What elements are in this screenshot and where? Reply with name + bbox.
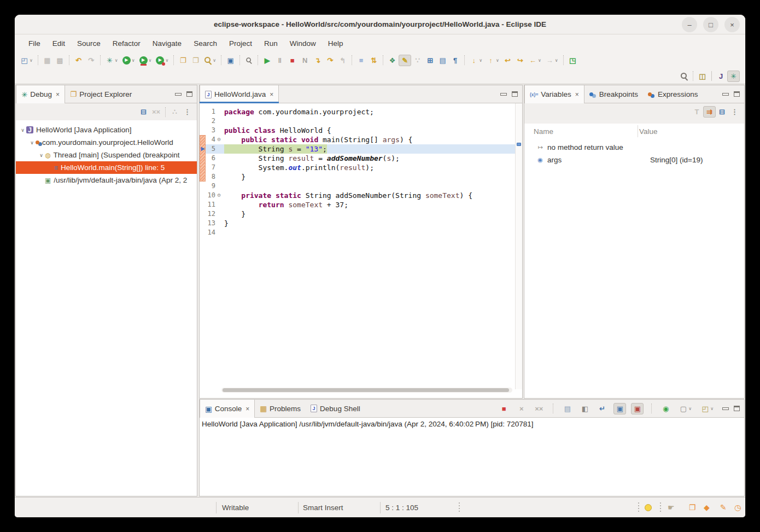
close-icon[interactable]: × [56,91,60,98]
menu-run[interactable]: Run [258,39,284,48]
skip-breakpoints-icon[interactable]: ≡ [355,55,367,66]
disconnect-icon[interactable]: N [299,55,311,66]
drop-to-frame-icon[interactable]: ⇅ [367,55,380,66]
overview-ruler[interactable] [515,103,522,389]
type-hierarchy-icon[interactable]: ⊞ [424,55,436,66]
status-drag-handle[interactable] [459,502,460,513]
minimize-view-icon[interactable] [500,93,507,96]
editor-text-area[interactable]: ▶ 1package com.yourdomain.yourproject;23… [200,103,522,398]
show-type-names-icon[interactable]: T [691,106,703,118]
javadoc-icon[interactable]: ▤ [436,55,449,66]
view-menu-icon[interactable]: ⋮ [728,106,741,118]
clock-icon[interactable]: ◷ [734,498,741,517]
terminate-icon[interactable]: ■ [498,403,510,414]
clear-console-icon[interactable]: ▤ [561,403,574,414]
menu-project[interactable]: Project [223,39,258,48]
console-view-tab-problems[interactable]: ▦Problems [255,400,306,417]
console-output[interactable]: HelloWorld [Java Application] /usr/lib/j… [200,418,744,496]
whitespace-icon[interactable]: ¶ [449,55,461,66]
open-resource-icon[interactable]: ❐ [189,55,202,66]
menu-help[interactable]: Help [322,39,349,48]
save-all-icon[interactable]: ▩ [54,55,66,66]
debug-tree-item[interactable]: ∨com.yourdomain.yourproject.HelloWorld [16,136,197,149]
open-perspective-icon[interactable]: ◫ [696,71,709,82]
redo-icon[interactable]: ↷ [85,55,97,66]
blog-icon[interactable]: ✎ [720,498,727,517]
maximize-view-icon[interactable] [186,91,192,97]
menu-source[interactable]: Source [71,39,107,48]
maximize-button[interactable]: □ [703,17,718,32]
debug-tree-item[interactable]: ∨JHelloWorld [Java Application] [16,124,197,136]
step-over-icon[interactable]: ↷ [324,55,336,66]
profile-icon[interactable]: ▶∨ [154,55,171,66]
expand-chevron-icon[interactable]: ∨ [28,140,36,145]
pause-icon[interactable]: ‖ [273,55,286,66]
variables-view-tab-breakpoints[interactable]: Breakpoints [584,85,643,103]
debug-tree-item[interactable]: ▣/usr/lib/jvm/default-java/bin/java (Apr… [16,174,197,186]
debug-view-tab-debug[interactable]: ✳Debug× [16,85,65,103]
scrollbar-thumb[interactable] [223,388,509,392]
console-icon[interactable]: ▣ [224,55,237,66]
menu-edit[interactable]: Edit [46,39,71,48]
console-view-tab-console[interactable]: ▣Console× [200,400,255,418]
forward-icon[interactable]: →∨ [543,55,560,66]
close-icon[interactable]: × [245,405,249,413]
mark-occurrences-small-icon[interactable] [243,55,255,66]
variables-view-tab-expressions[interactable]: Expressions [643,85,703,103]
menu-refactor[interactable]: Refactor [107,39,147,48]
debug-tree-item[interactable]: ∨◍Thread [main] (Suspended (breakpoint [16,149,197,161]
minimize-view-icon[interactable] [722,407,729,410]
content-assist-icon[interactable]: ∵ [411,55,424,66]
view-menu-icon[interactable]: ⋮ [181,106,194,118]
step-into-icon[interactable]: ↴ [311,55,324,66]
logical-structure-icon[interactable]: ⇉ [703,106,716,118]
step-filters-icon[interactable]: ❖ [386,55,399,66]
new-wizard-icon[interactable]: ◰∨ [18,55,35,66]
java-perspective-icon[interactable]: J [715,71,727,82]
resume-icon[interactable]: ▶ [261,55,273,66]
pin-console-icon[interactable]: ◉ [659,403,672,414]
variable-row[interactable]: ↦no method return value [524,141,744,154]
step-return-icon[interactable]: ↰ [336,55,349,66]
fold-marker-icon[interactable]: ⊖ [215,135,223,144]
display-console-icon[interactable]: ▢∨ [677,403,694,414]
remove-all-icon[interactable]: ×× [533,403,545,414]
remove-launch-icon[interactable]: × [515,403,528,414]
undo-icon[interactable]: ↶ [72,55,85,66]
open-console-icon[interactable]: ◰∨ [699,403,716,414]
search-icon[interactable] [678,71,690,81]
menu-file[interactable]: File [22,39,46,48]
mark-occurrences-icon[interactable]: ✎ [399,55,411,66]
debug-tree[interactable]: ∨JHelloWorld [Java Application]∨com.your… [16,120,197,496]
minimize-button[interactable]: – [682,17,697,32]
collapse-all-icon[interactable]: ⊟ [716,106,728,118]
group-by-icon[interactable]: ∴ [168,106,181,118]
maximize-view-icon[interactable] [734,91,740,97]
expand-chevron-icon[interactable]: ∨ [19,127,26,133]
save-icon[interactable]: ▦ [41,55,54,66]
scroll-lock-icon[interactable]: ◧ [578,403,591,414]
maximize-view-icon[interactable] [512,91,518,97]
collapse-all-icon[interactable]: ⊟ [137,106,150,118]
value-column-header[interactable]: Value [639,127,658,136]
run-icon[interactable]: ▶∨ [120,55,137,66]
minimize-view-icon[interactable] [175,93,182,96]
terminate-icon[interactable]: ■ [286,55,299,66]
debug-icon[interactable]: ✳∨ [103,55,120,66]
editor-tab-helloworld-java[interactable]: JHelloWorld.java× [200,85,279,103]
debug-view-tab-project-explorer[interactable]: ❐Project Explorer [65,85,137,103]
hand-icon[interactable]: ☛ [668,498,675,517]
minimize-view-icon[interactable] [722,93,729,96]
menu-navigate[interactable]: Navigate [147,39,188,48]
menu-window[interactable]: Window [284,39,322,48]
close-icon[interactable]: × [575,91,579,98]
menu-search[interactable]: Search [188,39,223,48]
prev-annotation-icon[interactable]: ↑∨ [484,55,501,66]
open-view-icon[interactable]: ◳ [566,55,579,66]
variable-row[interactable]: ◉argsString[0] (id=19) [524,154,744,166]
docs-icon[interactable]: ❐ [689,498,696,517]
word-wrap-icon[interactable]: ↵ [596,403,609,414]
coverage-icon[interactable]: ▶∨ [137,55,154,66]
remove-terminated-icon[interactable]: ×× [150,106,162,118]
search-flashlight-icon[interactable]: ∨ [202,55,218,66]
